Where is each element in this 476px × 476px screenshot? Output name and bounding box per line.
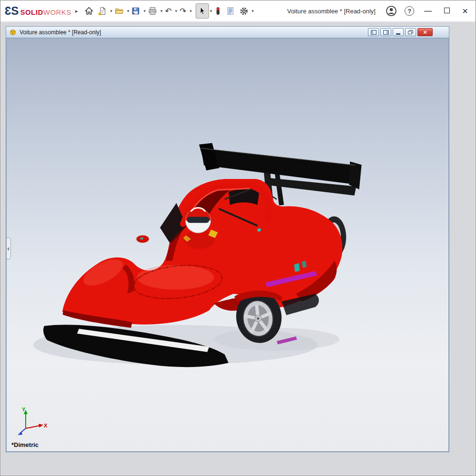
select-tool-button[interactable] — [196, 3, 209, 19]
document-titlebar[interactable]: Voiture assomblee * [Read-only] × — [6, 27, 449, 38]
maximize-icon — [444, 8, 450, 13]
3ds-logo-icon: 3S — [5, 4, 18, 18]
new-document-button[interactable] — [96, 3, 109, 19]
person-icon — [386, 5, 397, 17]
viewport-3d[interactable] — [7, 39, 448, 451]
minimize-button[interactable]: — — [424, 7, 432, 15]
undo-icon: ↶ — [165, 6, 172, 16]
toolbar-document-title: Voiture assomblee * [Read-only] — [287, 8, 376, 15]
doc-minimize-button[interactable] — [393, 28, 404, 36]
graphics-viewport[interactable]: Y X *Dimetric — [6, 38, 449, 452]
select-cursor-icon — [198, 7, 207, 15]
coordinate-triad[interactable]: Y X — [15, 407, 50, 436]
open-button[interactable] — [112, 3, 126, 19]
tile-left-icon — [371, 30, 377, 35]
menu-flyout-arrow-icon[interactable]: ▸ — [75, 8, 78, 14]
options-dropdown-icon[interactable]: ▾ — [252, 9, 254, 13]
redo-dropdown-icon[interactable]: ▾ — [190, 9, 192, 13]
main-toolbar: 3S SOLIDWORKS ▸ ▾ ▾ — [0, 0, 476, 22]
document-window-controls: × — [368, 28, 446, 36]
brand-works: WORKS — [43, 8, 71, 16]
tile-right-icon — [383, 30, 389, 35]
open-folder-icon — [115, 7, 124, 15]
window-controls: — × — [424, 6, 472, 16]
doc-minimize-icon — [396, 33, 400, 35]
document-title: Voiture assomblee * [Read-only] — [20, 29, 365, 36]
options-button[interactable] — [237, 3, 251, 19]
close-button[interactable]: × — [462, 6, 468, 16]
triad-x-label: X — [44, 423, 48, 428]
triad-y-label: Y — [22, 407, 26, 412]
appearance-tool-button[interactable] — [212, 3, 224, 19]
brand-solid: SOLID — [20, 8, 43, 16]
feature-manager-collapsed-tab[interactable] — [6, 238, 11, 259]
select-dropdown-icon[interactable]: ▾ — [210, 9, 212, 13]
print-button[interactable] — [146, 3, 159, 19]
doc-restore-button[interactable] — [405, 28, 416, 36]
save-button[interactable] — [129, 3, 142, 19]
tile-left-button[interactable] — [368, 28, 379, 36]
doc-close-button[interactable]: × — [417, 28, 433, 36]
app-window: 3S SOLIDWORKS ▸ ▾ ▾ — [0, 0, 476, 476]
redo-icon: ↷ — [179, 6, 186, 16]
maximize-button[interactable] — [444, 7, 450, 15]
home-button[interactable] — [82, 3, 96, 19]
account-button[interactable] — [385, 5, 397, 17]
print-icon — [148, 7, 157, 15]
new-document-icon — [98, 7, 107, 15]
assembly-icon — [9, 29, 17, 36]
view-orientation-label: *Dimetric — [11, 441, 39, 448]
help-button[interactable]: ? — [403, 5, 416, 17]
doc-restore-icon — [408, 30, 413, 34]
document-window: Voiture assomblee * [Read-only] × — [6, 26, 449, 452]
redo-button[interactable]: ↷ — [177, 3, 188, 19]
document-properties-button[interactable] — [224, 3, 237, 19]
gear-icon — [239, 7, 248, 16]
print-dropdown-icon[interactable]: ▾ — [160, 9, 163, 13]
appearance-tool-icon — [215, 7, 221, 15]
workspace: Voiture assomblee * [Read-only] × — [1, 22, 475, 475]
home-icon — [85, 7, 93, 15]
tile-right-button[interactable] — [380, 28, 391, 36]
help-icon: ? — [405, 6, 414, 16]
document-lines-icon — [226, 7, 235, 15]
undo-button[interactable]: ↶ — [163, 3, 174, 19]
solidworks-logo: 3S SOLIDWORKS — [4, 4, 74, 18]
save-icon — [131, 7, 140, 15]
